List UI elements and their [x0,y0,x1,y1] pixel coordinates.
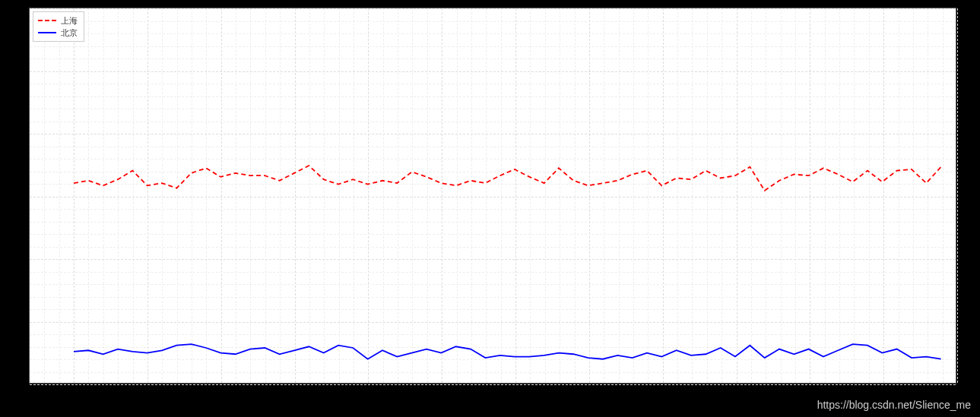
chart-legend: 上海 北京 [33,11,84,42]
legend-label: 北京 [61,27,78,39]
legend-label: 上海 [61,15,78,27]
legend-swatch-dashed-icon [38,20,56,21]
watermark-text: https://blog.csdn.net/Slience_me [817,399,971,411]
legend-item-beijing: 北京 [38,27,78,39]
series-shanghai [74,166,941,191]
chart-plot-area: 上海 北京 [29,8,956,384]
legend-item-shanghai: 上海 [38,14,78,27]
chart-lines-svg [30,8,956,383]
legend-swatch-solid-icon [38,32,56,33]
series-beijing [74,344,941,359]
